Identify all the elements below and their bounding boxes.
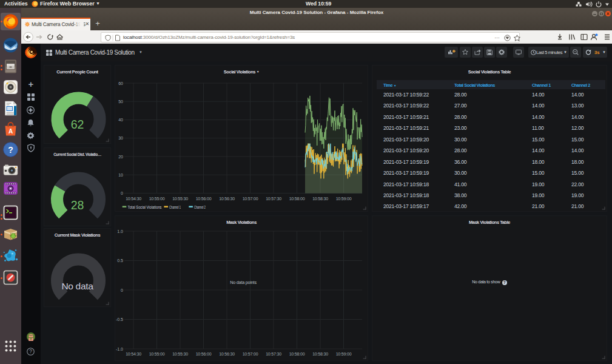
svg-text:0: 0 [121,288,123,292]
svg-text:10:55:30: 10:55:30 [172,197,188,201]
svg-text:10:56:00: 10:56:00 [196,352,212,356]
svg-text:10:57:00: 10:57:00 [243,197,258,201]
svg-text:10:54:30: 10:54:30 [126,197,141,201]
svg-text:10:57:00: 10:57:00 [243,352,258,356]
svg-text:10:59:00: 10:59:00 [336,352,352,356]
svg-text:10:55:00: 10:55:00 [149,197,165,201]
svg-text:-0.5: -0.5 [116,317,123,322]
svg-text:10:54:30: 10:54:30 [126,352,141,356]
svg-text:10:57:30: 10:57:30 [266,197,281,201]
svg-text:?: ? [29,348,32,354]
svg-text:40: 40 [118,118,123,122]
svg-text:Channel 2: Channel 2 [194,205,206,209]
svg-text:10:57:30: 10:57:30 [266,352,281,356]
svg-text:30: 30 [118,136,123,140]
svg-text:50: 50 [118,99,123,104]
svg-text:10:55:00: 10:55:00 [149,352,165,356]
svg-text:10:56:30: 10:56:30 [219,197,235,201]
svg-text:0.5: 0.5 [117,258,123,263]
svg-text:10:55:30: 10:55:30 [172,352,188,356]
svg-text:10:59:00: 10:59:00 [336,197,352,201]
svg-text:Total Social Violations: Total Social Violations [128,205,162,209]
svg-text:10:58:00: 10:58:00 [289,197,305,201]
svg-text:10:58:00: 10:58:00 [289,352,305,356]
svg-text:10:56:00: 10:56:00 [196,197,212,201]
svg-text:10: 10 [118,173,123,177]
svg-text:No data points: No data points [230,280,257,285]
svg-text:60: 60 [118,81,123,86]
svg-text:?: ? [8,144,13,154]
svg-text:0: 0 [121,191,123,195]
svg-text:20: 20 [118,155,123,159]
svg-text:10:56:30: 10:56:30 [219,352,235,356]
svg-text:A: A [8,127,13,134]
svg-text:1.0: 1.0 [117,229,123,234]
svg-text:10:58:30: 10:58:30 [312,197,328,201]
svg-text:Channel 1: Channel 1 [169,205,181,209]
svg-text:10:58:30: 10:58:30 [312,352,328,356]
svg-text:-1.0: -1.0 [116,347,123,351]
